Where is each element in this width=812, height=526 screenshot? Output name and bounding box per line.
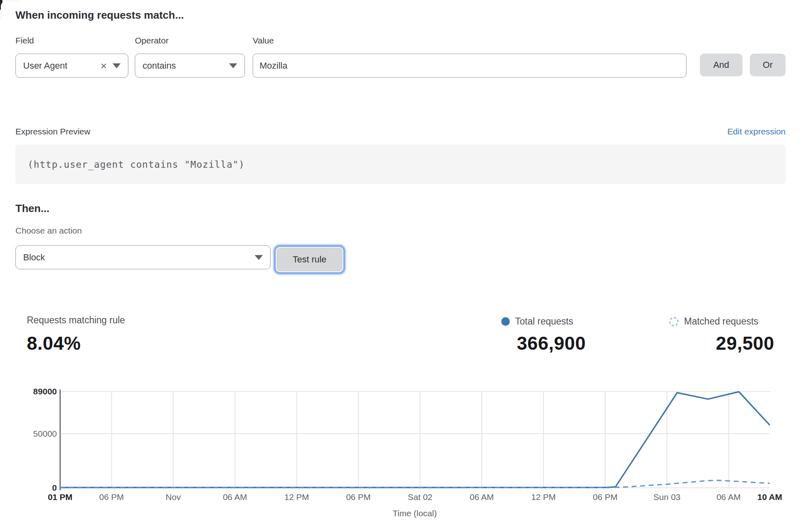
choose-action-label: Choose an action [15,226,82,236]
value-label: Value [253,36,274,45]
y-tick-label: 89000 [12,387,57,396]
total-requests-value: 366,900 [467,332,586,354]
page-title: When incoming requests match... [15,9,184,22]
x-tick-label: 12 PM [513,492,574,502]
field-select[interactable]: User Agent × [15,54,128,78]
y-tick-label: 50000 [12,429,57,439]
matched-requests-legend-icon [669,317,678,326]
field-label: Field [15,36,34,45]
total-requests-label: Total requests [515,316,573,327]
matching-rule-label: Requests matching rule [27,315,125,326]
operator-select-value: contains [143,61,223,71]
test-rule-button[interactable]: Test rule [277,248,342,271]
matched-requests-line [60,481,770,488]
expression-code: (http.user_agent contains "Mozilla") [15,159,245,170]
matching-rule-value: 8.04% [27,332,81,354]
x-tick-label: 12 PM [266,492,327,502]
x-tick-label: 06 AM [451,492,512,502]
expression-code-block: (http.user_agent contains "Mozilla") [15,145,786,184]
x-tick-label: 06 PM [81,492,142,502]
x-tick-label: Sun 03 [637,492,697,502]
clear-icon[interactable]: × [101,61,107,71]
expression-preview-label: Expression Preview [15,127,90,136]
firewall-rule-builder: When incoming requests match... Field Op… [0,0,812,526]
matched-requests-label: Matched requests [684,316,758,327]
field-select-value: User Agent [23,61,97,71]
action-select[interactable]: Block [15,245,271,269]
chevron-down-icon [229,63,237,68]
total-requests-line [60,392,770,488]
requests-line-chart [0,378,812,526]
edit-expression-link[interactable]: Edit expression [727,127,786,136]
chevron-down-icon [113,63,121,68]
x-tick-label: Sat 02 [390,492,450,502]
total-requests-legend-icon [501,317,510,326]
or-button[interactable]: Or [750,54,786,76]
y-tick-label: 0 [12,483,57,493]
x-tick-label: 10 AM [739,492,800,502]
x-tick-label: 06 AM [204,492,265,502]
x-axis-title: Time (local) [354,509,476,518]
x-tick-label: Nov [143,492,204,502]
x-tick-label: 06 PM [575,492,636,502]
x-tick-label: 06 PM [328,492,389,502]
and-button[interactable]: And [700,54,743,76]
chevron-down-icon [255,255,263,260]
operator-label: Operator [135,36,169,45]
action-select-value: Block [23,252,249,263]
value-input[interactable] [253,54,686,78]
then-heading: Then... [15,202,50,215]
operator-select[interactable]: contains [135,54,245,78]
matched-requests-value: 29,500 [634,332,774,354]
